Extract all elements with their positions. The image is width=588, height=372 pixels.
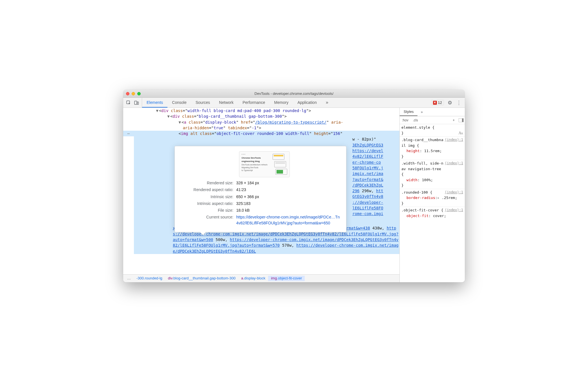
error-count: 12	[438, 100, 442, 105]
css-value[interactable]: 100%;	[422, 178, 433, 182]
code-fragment: 438w,	[372, 226, 384, 230]
tab-styles[interactable]: Styles	[400, 108, 417, 116]
dom-breadcrumb: … -300.rounded-lg div.blog-card__thumbna…	[123, 274, 399, 282]
styles-sidebar: Styles » :hov .cls + element.style { AA …	[399, 108, 465, 282]
hovercard-row: Intrinsic size:650 × 366 px	[180, 194, 340, 200]
gutter-marker-icon: ⋯	[123, 131, 134, 136]
new-style-rule-button[interactable]: +	[450, 118, 457, 122]
style-rule[interactable]: (index):1 .width-full, side-nav navigati…	[400, 160, 465, 189]
more-sidebar-tabs-icon[interactable]: »	[419, 109, 425, 115]
breadcrumb-item-selected[interactable]: img.object-fit-cover	[268, 276, 305, 281]
style-rule[interactable]: (index):1 .rounded-100 { border-radius:▸…	[400, 189, 465, 207]
thumb-shape	[274, 161, 286, 167]
hovercard-thumbnail: Chrome DevTools engineering blog DevTool…	[239, 151, 290, 177]
style-rule[interactable]: (index):1 .object-fit-cover { object-fit…	[400, 207, 465, 219]
code-fragment: ://developer-	[352, 200, 396, 205]
styles-rules[interactable]: element.style { AA } (index):1 .blog-car…	[400, 124, 465, 282]
zoom-icon[interactable]	[137, 92, 141, 95]
close-icon[interactable]	[126, 92, 129, 95]
hovercard-row: Rendered size:328 × 184 px	[180, 180, 340, 186]
tab-console[interactable]: Console	[167, 98, 191, 108]
code-fragment: 58FOUlg1rMV.j	[352, 165, 396, 171]
rule-close: }	[401, 183, 463, 188]
window-title: DevTools - developer.chrome.com/tags/dev…	[123, 91, 465, 96]
thumb-subtitle: to Typescript	[242, 169, 270, 172]
code-fragment: lE6LiflFe58FO	[352, 205, 396, 211]
breadcrumb-item[interactable]: div.blog-card__thumbnail.gap-bottom-300	[165, 276, 238, 281]
dom-node-a-cont[interactable]: aria-hidden="true" tabindex="-1">	[123, 125, 399, 131]
kebab-menu-icon[interactable]: ⋮	[456, 100, 462, 106]
error-count-badge[interactable]: ✕ 12	[431, 100, 444, 105]
svg-rect-2	[137, 102, 139, 104]
hovercard-row: File size:18.0 kB	[180, 207, 340, 213]
main-toolbar: Elements Console Sources Network Perform…	[123, 98, 465, 108]
rule-close: }	[401, 201, 463, 206]
more-tabs-icon[interactable]: »	[321, 98, 333, 108]
font-indicator-icon: AA	[458, 130, 463, 136]
breadcrumb-item[interactable]: -300.rounded-lg	[134, 276, 165, 281]
dom-node-a[interactable]: ▼<a class="display-block" href="/blog/mi…	[123, 119, 399, 125]
sidebar-tabs: Styles »	[400, 108, 465, 116]
toggle-computed-icon[interactable]	[459, 118, 464, 122]
image-hovercard: Chrome DevTools engineering blog DevTool…	[174, 146, 346, 232]
css-property[interactable]: height	[406, 149, 420, 153]
code-fragment: ?auto=format&	[352, 177, 396, 182]
css-value[interactable]: 11.5rem;	[424, 149, 442, 153]
inspect-element-icon[interactable]	[126, 100, 131, 105]
expand-icon[interactable]: ▸	[437, 196, 440, 200]
thumb-subtitle: DevTools architecture refresh:	[242, 163, 270, 166]
thumb-subtitle: Migrating DevTools	[242, 166, 270, 169]
code-fragment: 296	[352, 189, 359, 193]
css-value[interactable]: cover;	[433, 214, 446, 218]
settings-gear-icon[interactable]: ⚙	[447, 100, 453, 106]
style-rule[interactable]: element.style { AA }	[400, 124, 465, 137]
rule-source[interactable]: (index):1	[445, 190, 463, 195]
dom-node-img[interactable]: ⋯ <img alt class="object-fit-cover round…	[123, 131, 399, 136]
code-fragment: 296w,	[362, 189, 374, 193]
code-fragment: w - 82px)"	[352, 136, 396, 142]
hovercard-row: Intrinsic aspect ratio:325∶183	[180, 201, 340, 206]
tab-network[interactable]: Network	[215, 98, 238, 108]
dom-node-div2[interactable]: ▼<div class="blog-card__thumbnail gap-bo…	[123, 113, 399, 119]
device-mode-icon[interactable]	[134, 100, 139, 105]
breadcrumb-overflow[interactable]: …	[124, 276, 134, 281]
devtools-window: DevTools - developer.chrome.com/tags/dev…	[123, 90, 465, 282]
hov-toggle[interactable]: :hov	[400, 118, 411, 122]
cls-toggle[interactable]: .cls	[411, 118, 420, 122]
code-fragment: htt	[376, 189, 383, 193]
rule-close: }	[401, 130, 463, 136]
window-traffic-lights	[126, 92, 141, 95]
tab-performance[interactable]: Performance	[238, 98, 269, 108]
rule-close: }	[401, 154, 463, 159]
styles-filter-bar: :hov .cls +	[400, 116, 465, 124]
tab-sources[interactable]: Sources	[191, 98, 215, 108]
code-fragment: 3EhZgLQPGtEG3	[352, 142, 396, 148]
css-property[interactable]: object-fit	[406, 214, 428, 218]
code-fragment: er-chrome-co	[352, 159, 396, 165]
thumb-shape	[273, 154, 284, 160]
tab-memory[interactable]: Memory	[270, 98, 293, 108]
minimize-icon[interactable]	[132, 92, 135, 95]
panel-tabs: Elements Console Sources Network Perform…	[142, 98, 333, 108]
code-fragment: 4v82/lE6LiflF	[352, 154, 396, 159]
hovercard-row: Rendered aspect ratio:41∶23	[180, 187, 340, 192]
rule-source[interactable]: (index):1	[445, 161, 463, 166]
rule-selector: element.style {	[401, 125, 463, 130]
css-property[interactable]: width	[406, 178, 417, 182]
tab-application[interactable]: Application	[293, 98, 321, 108]
code-fragment: /dPDCek3EhZgL	[352, 182, 396, 188]
rule-source[interactable]: (index):1	[445, 137, 463, 142]
svg-rect-1	[134, 101, 137, 104]
thumb-shape	[275, 169, 287, 175]
tab-elements[interactable]: Elements	[142, 98, 167, 108]
code-fragment: 570w,	[282, 243, 294, 248]
code-fragment: rome-com.imgi	[352, 211, 396, 216]
breadcrumb-item[interactable]: a.display-block	[238, 276, 268, 281]
hovercard-row: Current source:https://developer-chrome-…	[180, 214, 340, 226]
dom-node-div1[interactable]: ▼<div class="width-full blog-card md:pad…	[123, 108, 399, 113]
css-property[interactable]: border-radius	[406, 196, 435, 200]
style-rule[interactable]: (index):1 .blog-card__thumbnail img { he…	[400, 137, 465, 160]
code-fragment: 500w,	[216, 237, 227, 242]
rule-source[interactable]: (index):1	[445, 207, 463, 213]
css-value[interactable]: .25rem;	[442, 196, 457, 200]
